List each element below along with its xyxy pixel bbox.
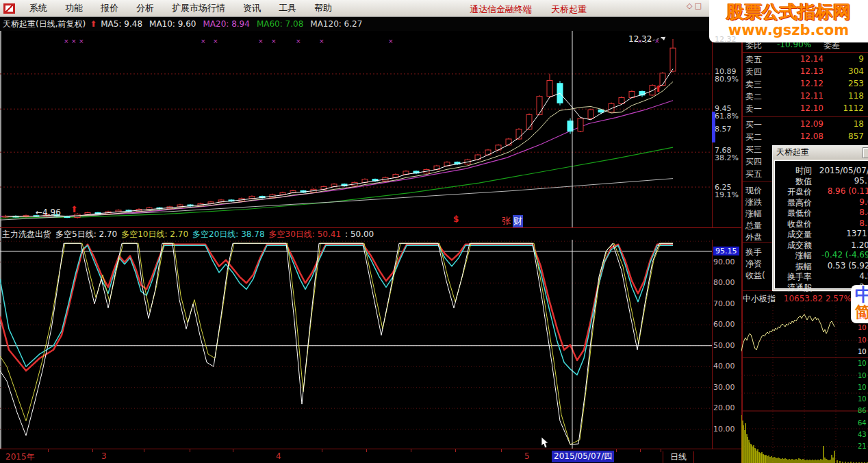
quote-row-卖五[interactable]: 卖五12.149	[743, 54, 868, 66]
menu-item-工具[interactable]: 工具	[270, 0, 305, 16]
timeline-tick	[48, 449, 49, 452]
popup-row-label: 最低价	[776, 208, 812, 219]
timeline-label[interactable]: 5	[524, 451, 530, 461]
price-axis-label: 12.32	[715, 35, 739, 44]
timeline-label[interactable]: 4	[276, 451, 281, 461]
mini-axis-label: 10	[858, 372, 867, 379]
mini-axis-label: 10	[858, 360, 867, 367]
quote-row-volume: 253	[823, 79, 864, 88]
indicator-header-segment: 多空20日线: 38.78	[192, 229, 264, 239]
sidebar-separator	[743, 52, 868, 53]
price-axis-label: 19.1%	[715, 190, 739, 199]
ma-values: MA5: 9.48MA10: 9.60MA20: 8.94MA60: 7.08M…	[101, 19, 369, 29]
info-row-label: 现价	[745, 185, 762, 197]
timeline-tick	[661, 449, 661, 452]
popup-row-成交量: 成交量137111	[775, 229, 868, 240]
popup-row-时间: 时间2015/05/07/四	[775, 165, 868, 176]
app-logo-icon	[3, 3, 15, 14]
popup-row-value: 0.53 (5.92%	[813, 261, 868, 271]
popup-row-value: 1.20亿	[813, 240, 868, 251]
current-stock-name: 天桥起重	[551, 3, 587, 16]
mini-axis-label: 43	[858, 431, 867, 438]
timeline-tick	[233, 449, 233, 452]
indicator-axis-label: 60.00	[713, 320, 735, 329]
pane-corner-icons[interactable]: ◇□	[687, 1, 704, 10]
popup-row-收盘价: 收盘价8.54	[775, 218, 868, 229]
quote-row-卖三[interactable]: 卖三12.12253	[743, 79, 868, 90]
quote-row-volume: 18	[823, 119, 864, 129]
timeline-tick	[366, 449, 367, 452]
price-axis-label: 38.2%	[715, 153, 739, 162]
ma-label: MA60: 7.08	[257, 19, 303, 29]
popup-row-value: 137111	[813, 229, 868, 238]
quote-row-label: 买三	[745, 144, 762, 155]
indicator-header-segment: 多空30日线: 50.41	[269, 229, 341, 239]
popup-row-label: 收盘价	[776, 218, 812, 230]
selected-date-label: 2015/05/07/四	[552, 451, 614, 462]
popup-row-label: 成交额	[776, 240, 812, 251]
index-name[interactable]: 中小板指	[743, 294, 776, 303]
quote-row-买二[interactable]: 买二12.08857	[743, 132, 868, 143]
indicator-axis-label: 50.00	[713, 341, 735, 350]
indicator-chart[interactable]	[0, 240, 713, 449]
mini-axis-label: 64	[858, 419, 867, 427]
popup-row-value: 2015/05/07/四	[813, 165, 868, 177]
popup-title-bar[interactable]: 天桥起重	[773, 146, 868, 159]
indicator-axis-label: 10.00	[713, 425, 735, 434]
popup-row-开盘价: 开盘价8.96 (0.11%	[775, 186, 868, 197]
svg-text:×: ×	[213, 38, 218, 45]
menu-item-资讯[interactable]: 资讯	[234, 0, 270, 16]
candlestick-chart[interactable]: ××××××××××××	[0, 31, 713, 227]
menu-items: 系统功能报价分析扩展市场行情资讯工具帮助	[21, 0, 341, 16]
indicator-axis-label: 20.00	[713, 403, 735, 412]
timeline-label[interactable]: 2015年	[5, 451, 35, 463]
svg-text:×: ×	[64, 38, 69, 45]
timeline-tick	[411, 449, 411, 452]
candlestick-canvas[interactable]: ××××××××××××	[0, 31, 712, 227]
menu-item-帮助[interactable]: 帮助	[305, 0, 341, 16]
menubar-status: 通达信金融终端 天桥起重	[470, 3, 587, 16]
quote-row-卖四[interactable]: 卖四12.13304	[743, 66, 868, 78]
popup-row-label: 涨幅	[776, 250, 812, 262]
quote-row-label: 买一	[745, 119, 762, 131]
popup-row-label: 最高价	[776, 197, 812, 209]
popup-row-成交额: 成交额1.20亿	[775, 240, 868, 251]
price-axis-label: 80.9%	[715, 75, 739, 84]
terminal-name: 通达信金融终端	[470, 3, 532, 16]
quote-row-卖一[interactable]: 卖一12.101112	[743, 103, 868, 115]
timeline-tick	[455, 449, 456, 452]
menu-item-功能[interactable]: 功能	[56, 0, 92, 16]
quote-row-price: 12.14	[770, 54, 824, 64]
quote-row-卖二[interactable]: 卖二12.11118	[743, 91, 868, 103]
mouse-cursor	[541, 437, 550, 449]
timeline-tick	[501, 449, 502, 452]
ma-label: MA120: 6.27	[310, 19, 362, 29]
indicator-canvas[interactable]	[0, 240, 712, 449]
popup-row-label: 时间	[776, 165, 812, 177]
info-row-label: 收益(	[745, 270, 765, 281]
mini-index-chart[interactable]	[741, 305, 868, 463]
popup-row-value: 8.96 (0.11%	[813, 186, 868, 196]
indicator-axis-label: 80.00	[713, 278, 735, 287]
mini-axis-label: 10	[858, 395, 867, 403]
popup-row-label: 振幅	[776, 261, 812, 273]
quote-row-买一[interactable]: 买一12.0918	[743, 119, 868, 131]
stock-info-popup[interactable]: 天桥起重 时间2015/05/07/四数值95.15开盘价8.96 (0.11%…	[772, 145, 868, 291]
menu-item-报价[interactable]: 报价	[92, 0, 127, 16]
menu-item-扩展市场行情[interactable]: 扩展市场行情	[163, 0, 234, 16]
mini-chart-header[interactable]: 中小板指 10653.82 2.57%	[743, 293, 852, 305]
popup-row-最低价: 最低价8.43	[775, 208, 868, 218]
timeline-tick	[190, 449, 190, 452]
timeline-bar[interactable]: 2015年3452015/05/07/四日线	[0, 449, 741, 463]
period-selector[interactable]: 日线	[663, 451, 694, 463]
popup-close-button[interactable]	[863, 147, 868, 158]
pane-divider[interactable]	[0, 227, 741, 228]
timeline-label[interactable]: 3	[101, 451, 107, 461]
popup-row-涨幅: 涨幅-0.42 (-4.69%	[775, 250, 868, 261]
info-row-label: 涨跌	[745, 197, 762, 208]
menu-item-分析[interactable]: 分析	[127, 0, 163, 16]
svg-text:×: ×	[654, 38, 660, 45]
quote-row-price: 12.10	[770, 103, 824, 113]
chart-annotation: 张	[502, 215, 511, 227]
menu-item-系统[interactable]: 系统	[21, 0, 56, 16]
